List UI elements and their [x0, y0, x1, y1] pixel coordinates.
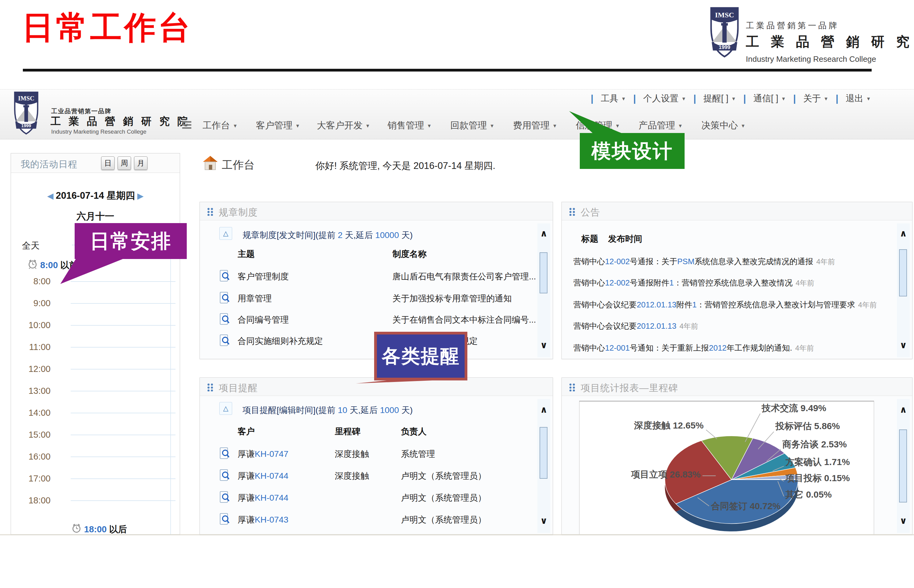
pie-label-leader: [745, 414, 760, 442]
column-header-milestone: 里程碑: [335, 426, 360, 437]
scroll-down-arrow[interactable]: ∨: [537, 516, 550, 525]
scrollbar: ∧ ∨: [897, 223, 910, 357]
notice-row[interactable]: 营销中心12-002号通报附件1：营销管控系统信息录入整改情况4年前: [574, 278, 814, 288]
alert-triangle-icon[interactable]: △: [219, 227, 232, 240]
nav-item-expenses[interactable]: 费用管理▼: [513, 119, 557, 132]
notice-row[interactable]: 营销中心12-001号通知：关于重新上报2012年工作规划的通知.4年前: [574, 343, 814, 353]
menu-settings[interactable]: 个人设置▼: [643, 92, 686, 105]
notices-panel-title: 公告: [581, 206, 600, 219]
project-owner: 卢明文（系统管理员）: [401, 470, 486, 482]
rule-name[interactable]: 唐山盾石电气有限责任公司客户管理...: [392, 271, 536, 283]
nav-item-payments[interactable]: 回款管理▼: [450, 119, 494, 132]
menu-separator: |: [793, 93, 796, 104]
hour-slot[interactable]: [71, 413, 175, 413]
column-header-title: 标题: [581, 233, 598, 245]
nav-item-sales[interactable]: 销售管理▼: [387, 119, 432, 132]
scrollbar-thumb[interactable]: [540, 427, 548, 479]
nav-item-key-accounts[interactable]: 大客户开发▼: [317, 119, 370, 132]
project-stats-panel: 项目统计报表—里程碑 合同签订 40.72%项目立项 26.83%深度接触 12…: [561, 377, 912, 535]
view-day-button[interactable]: 日: [101, 157, 115, 170]
hour-slot[interactable]: [71, 325, 175, 326]
rule-subject[interactable]: 客户管理制度: [238, 271, 289, 283]
view-document-icon[interactable]: [219, 447, 230, 459]
column-header-subject: 主题: [238, 248, 255, 260]
scroll-down-arrow[interactable]: ∨: [537, 341, 550, 350]
hour-label: 18:00: [11, 496, 50, 506]
chevron-down-icon: ▼: [781, 96, 786, 101]
chevron-down-icon: ▼: [681, 96, 686, 101]
scrollbar-thumb[interactable]: [899, 249, 907, 296]
callout-daily-schedule: 日常安排: [75, 223, 187, 259]
lunar-date: 六月十一: [11, 210, 180, 223]
scroll-up-arrow[interactable]: ∧: [897, 229, 910, 238]
brand-english: Industry Marketing Research College: [746, 55, 914, 64]
page-title: 日常工作台: [22, 7, 193, 49]
nav-item-workbench[interactable]: 工作台▼: [203, 119, 238, 132]
project-customer[interactable]: 厚谦KH-0747: [238, 448, 288, 460]
hour-slot[interactable]: [71, 391, 175, 391]
alarm-clock-icon: [28, 259, 38, 269]
project-customer[interactable]: 厚谦KH-0744: [238, 470, 288, 482]
prev-day-arrow[interactable]: ◀: [47, 191, 56, 200]
scrollbar-thumb[interactable]: [540, 252, 548, 293]
nav-brand-english: Industry Marketing Research College: [51, 128, 147, 135]
project-milestone: 深度接触: [335, 448, 369, 460]
hamburger-menu-icon[interactable]: [182, 121, 191, 130]
notice-row[interactable]: 营销中心会议纪要2012.01.134年前: [574, 321, 698, 331]
menu-tools[interactable]: 工具▼: [601, 92, 626, 105]
hour-slot[interactable]: [71, 347, 175, 347]
menu-logout[interactable]: 退出▼: [846, 92, 871, 105]
date-navigator: ◀ 2016-07-14 星期四 ▶: [11, 189, 180, 202]
menu-reminders[interactable]: 提醒[ ]▼: [703, 92, 736, 105]
next-day-arrow[interactable]: ▶: [135, 191, 144, 200]
view-week-button[interactable]: 周: [118, 157, 131, 170]
notice-row[interactable]: 营销中心会议纪要2012.01.13附件1：营销管控系统信息录入整改计划与管理要…: [574, 299, 877, 310]
scroll-up-arrow[interactable]: ∧: [897, 405, 910, 414]
view-document-icon[interactable]: [219, 270, 230, 282]
alert-triangle-icon[interactable]: △: [219, 402, 232, 415]
menu-separator: |: [591, 93, 593, 104]
column-header-name: 制度名称: [392, 248, 426, 260]
drag-grip-icon: [207, 383, 214, 391]
hour-slot[interactable]: [71, 500, 175, 501]
menu-about[interactable]: 关于▼: [803, 92, 828, 105]
project-customer[interactable]: 厚谦KH-0744: [238, 492, 288, 504]
hour-slot[interactable]: [71, 369, 175, 370]
rule-subject[interactable]: 合同实施细则补充规定: [238, 335, 323, 347]
project-panel-title: 项目提醒: [219, 382, 258, 394]
rule-name[interactable]: 关于在销售合同文本中标注合同编号...: [392, 314, 536, 326]
stats-panel-title: 项目统计报表—里程碑: [581, 382, 678, 394]
hour-slot[interactable]: [71, 457, 175, 457]
stats-panel-header: 项目统计报表—里程碑: [562, 378, 912, 396]
view-document-icon[interactable]: [219, 292, 230, 304]
hour-slot[interactable]: [71, 303, 175, 304]
notice-row[interactable]: 营销中心12-002号通报：关于PSM系统信息录入整改完成情况的通报4年前: [574, 256, 835, 267]
nav-item-products[interactable]: 产品管理▼: [639, 119, 683, 132]
hour-label: 15:00: [11, 430, 50, 440]
view-document-icon[interactable]: [219, 334, 230, 346]
scroll-up-arrow[interactable]: ∧: [537, 229, 550, 238]
scrollbar-thumb[interactable]: [899, 430, 907, 502]
rule-subject[interactable]: 用章管理: [238, 293, 272, 304]
hour-slot[interactable]: [71, 478, 175, 479]
view-document-icon[interactable]: [219, 313, 230, 325]
notice-time: 4年前: [795, 344, 814, 352]
project-customer[interactable]: 厚谦KH-0743: [238, 514, 288, 526]
hour-slot[interactable]: [71, 435, 175, 435]
svg-text:1999: 1999: [719, 44, 730, 50]
scroll-down-arrow[interactable]: ∨: [897, 516, 910, 525]
chevron-down-icon: ▼: [866, 96, 871, 101]
scroll-up-arrow[interactable]: ∧: [537, 405, 550, 414]
rule-name[interactable]: 关于加强投标专用章管理的通知: [392, 293, 512, 304]
view-document-icon[interactable]: [219, 513, 230, 525]
rule-subject[interactable]: 合同编号管理: [238, 314, 289, 326]
menu-separator: |: [694, 93, 696, 104]
menu-messages[interactable]: 通信[ ]▼: [753, 92, 786, 105]
nav-item-decision[interactable]: 决策中心▼: [701, 119, 745, 132]
view-document-icon[interactable]: [219, 491, 230, 503]
scroll-down-arrow[interactable]: ∨: [897, 341, 910, 350]
nav-item-customers[interactable]: 客户管理▼: [256, 119, 300, 132]
pie-label-6: 方案确认 1.71%: [785, 457, 850, 467]
view-month-button[interactable]: 月: [134, 157, 147, 170]
view-document-icon[interactable]: [219, 469, 230, 481]
